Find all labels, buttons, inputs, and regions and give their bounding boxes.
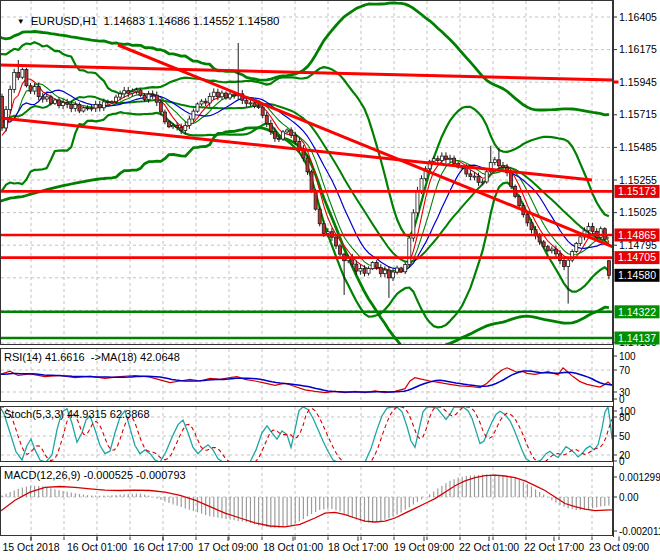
candle-body <box>70 104 73 108</box>
candle-body <box>25 69 28 85</box>
candle-body <box>37 87 40 97</box>
candle-body <box>74 105 77 109</box>
time-axis-label: 22 Oct 17:00 <box>524 541 584 553</box>
candle-body <box>432 159 435 162</box>
candle-body <box>579 237 582 244</box>
candle-body <box>322 224 325 234</box>
candle-body <box>481 182 484 183</box>
candle-body <box>294 135 297 141</box>
candle-body <box>225 93 228 98</box>
candle-body <box>147 94 150 99</box>
candle-body <box>131 92 134 94</box>
candle-body <box>176 126 179 128</box>
time-axis-label: 19 Oct 09:00 <box>394 541 454 553</box>
candle-body <box>66 103 69 105</box>
price-axis-label: 1.15255 <box>619 174 657 186</box>
candle-body <box>277 138 280 139</box>
candle-body <box>497 160 500 166</box>
candle-body <box>127 91 130 94</box>
candle-body <box>115 97 118 102</box>
candle-body <box>135 90 138 92</box>
stoch-axis-label: 0 <box>619 456 625 467</box>
candle-body <box>318 209 321 224</box>
candle-body <box>78 105 81 111</box>
price-axis-label: 1.15485 <box>619 141 657 153</box>
candle-body <box>449 158 452 159</box>
candle-body <box>45 97 48 99</box>
stoch-axis-label: 80 <box>619 412 631 423</box>
candle-body <box>444 156 447 159</box>
candle-body <box>212 92 215 96</box>
candle-body <box>510 173 513 187</box>
candle-body <box>58 100 61 106</box>
candle-body <box>387 270 390 278</box>
candle-body <box>62 103 65 106</box>
candle-body <box>184 126 187 131</box>
candle-body <box>575 243 578 251</box>
price-chart-canvas[interactable]: 1.164051.161751.159451.157151.154851.152… <box>0 0 660 560</box>
candle-body <box>493 160 496 163</box>
candle-body <box>436 159 439 161</box>
candle-body <box>204 101 207 103</box>
price-badge-label: 1.14137 <box>618 332 656 344</box>
candle-body <box>440 156 443 160</box>
candle-body <box>363 269 366 274</box>
candle-body <box>469 174 472 177</box>
price-axis-label: 1.15715 <box>619 108 657 120</box>
candle-body <box>82 108 85 111</box>
candle-body <box>257 106 260 107</box>
candle-body <box>192 111 195 119</box>
price-axis-label: 1.15945 <box>619 76 657 88</box>
candle-body <box>245 100 248 103</box>
candle-body <box>453 158 456 163</box>
candle-body <box>383 270 386 274</box>
candle-body <box>119 94 122 97</box>
candle-body <box>167 122 170 127</box>
candle-body <box>477 176 480 182</box>
candle-body <box>290 130 293 135</box>
candle-body <box>41 97 44 99</box>
candle-body <box>298 141 301 148</box>
price-axis-label: 1.16175 <box>619 43 657 55</box>
time-axis-label: 16 Oct 01:00 <box>67 541 127 553</box>
candle-body <box>163 112 166 122</box>
candle-body <box>200 101 203 104</box>
candle-body <box>518 196 521 205</box>
candle-body <box>220 93 223 97</box>
candle-body <box>563 260 566 266</box>
candle-body <box>286 130 289 132</box>
candle-body <box>53 100 56 103</box>
candle-body <box>17 72 20 77</box>
price-axis-label: 1.16405 <box>619 11 657 23</box>
candle-body <box>13 72 16 89</box>
candle-body <box>269 123 272 131</box>
time-axis-label: 17 Oct 09:00 <box>198 541 258 553</box>
candle-body <box>339 246 342 254</box>
candle-body <box>151 94 154 95</box>
candle-body <box>94 105 97 108</box>
candle-body <box>367 269 370 274</box>
candle-body <box>253 103 256 107</box>
candle-body <box>607 261 610 276</box>
candle-body <box>98 105 101 108</box>
candle-body <box>123 91 126 94</box>
price-badge-label: 1.15173 <box>618 185 656 197</box>
candle-body <box>530 223 533 230</box>
candle-body <box>392 272 395 278</box>
candle-body <box>591 227 594 232</box>
candle-body <box>355 264 358 271</box>
candle-body <box>554 249 557 254</box>
candle-body <box>501 166 504 168</box>
candle-body <box>546 247 549 251</box>
candle-body <box>261 107 264 115</box>
candle-body <box>587 227 590 231</box>
candle-body <box>375 263 378 268</box>
candle-body <box>567 260 570 266</box>
candle-body <box>229 94 232 98</box>
candle-body <box>110 102 113 103</box>
candle-body <box>143 95 146 99</box>
candle-body <box>473 176 476 177</box>
candle-body <box>265 115 268 123</box>
time-axis-label: 18 Oct 01:00 <box>263 541 323 553</box>
time-axis-label: 15 Oct 2018 <box>2 541 59 553</box>
